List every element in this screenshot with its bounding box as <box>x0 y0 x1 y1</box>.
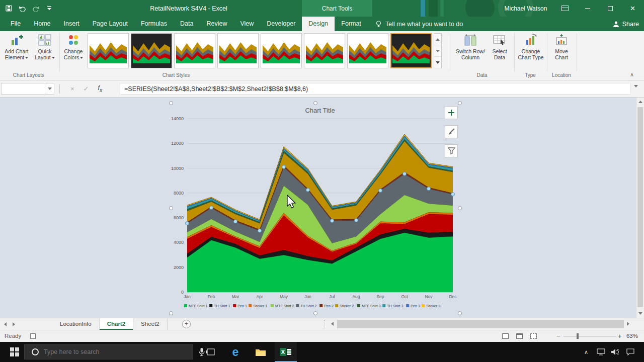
undo-icon[interactable] <box>18 3 27 14</box>
legend-label[interactable]: TH Shirt 2 <box>300 304 316 308</box>
ribbon-tab-design[interactable]: Design <box>302 17 335 31</box>
macro-record-icon[interactable] <box>30 333 36 339</box>
taskbar-search-box[interactable] <box>24 344 193 359</box>
chart-selection-handle[interactable] <box>169 311 173 315</box>
minimize-button[interactable] <box>576 0 599 17</box>
selected-point-handle[interactable] <box>306 188 310 192</box>
maximize-button[interactable] <box>599 0 621 17</box>
chart-selection-handle[interactable] <box>313 101 317 105</box>
network-icon[interactable] <box>594 342 608 362</box>
x-axis-tick-label[interactable]: May <box>280 294 288 299</box>
chart-style-3[interactable] <box>174 33 215 68</box>
switch-row-column-button[interactable]: Switch Row/ Column <box>455 34 486 60</box>
chart-style-1[interactable] <box>88 33 129 68</box>
ribbon-tab-review[interactable]: Review <box>200 17 233 31</box>
tell-me-box[interactable]: Tell me what you want to do <box>375 17 463 31</box>
tab-splitter[interactable] <box>325 320 325 328</box>
x-axis-tick-label[interactable]: Dec <box>449 294 457 299</box>
add-chart-element-button[interactable]: Add Chart Element <box>2 34 31 60</box>
x-axis-tick-label[interactable]: Aug <box>352 294 360 299</box>
x-axis-tick-label[interactable]: Feb <box>208 294 215 299</box>
ribbon-tab-page-layout[interactable]: Page Layout <box>86 17 134 31</box>
select-data-button[interactable]: Select Data <box>487 34 512 60</box>
y-axis-tick-label[interactable]: 6000 <box>174 215 184 220</box>
legend-label[interactable]: Sticker 2 <box>340 304 354 308</box>
chart-styles-button[interactable] <box>445 125 458 138</box>
name-box-dropdown-icon[interactable] <box>45 83 54 95</box>
legend-label[interactable]: Pen 2 <box>324 304 334 308</box>
show-hidden-icons-chevron[interactable]: ∧ <box>579 342 594 362</box>
save-icon[interactable] <box>4 3 13 14</box>
ribbon-tab-view[interactable]: View <box>233 17 260 31</box>
cancel-entry-icon[interactable]: × <box>70 85 74 93</box>
gallery-more-button[interactable] <box>434 57 441 68</box>
excel-taskbar-icon[interactable]: X <box>275 342 297 362</box>
y-axis-tick-label[interactable]: 10000 <box>171 166 184 171</box>
chart-style-2[interactable] <box>131 33 172 68</box>
selected-point-handle[interactable] <box>451 193 455 196</box>
action-center-icon[interactable] <box>623 342 638 362</box>
chart-selection-handle[interactable] <box>458 311 462 315</box>
chart-sheet-area[interactable]: 02000400060008000100001200014000JanFebMa… <box>0 98 636 318</box>
confirm-entry-icon[interactable]: ✓ <box>84 85 89 93</box>
chart-style-7[interactable] <box>347 33 388 68</box>
change-colors-button[interactable]: Change Colors <box>60 34 87 60</box>
vertical-scroll-thumb[interactable] <box>637 107 643 307</box>
start-button[interactable] <box>5 342 24 362</box>
chart-selection-handle[interactable] <box>169 206 173 210</box>
ribbon-display-options-icon[interactable] <box>553 0 576 17</box>
ribbon-tab-format[interactable]: Format <box>335 17 368 31</box>
chart-selection-handle[interactable] <box>458 101 462 105</box>
change-chart-type-button[interactable]: Change Chart Type <box>516 34 545 60</box>
legend-label[interactable]: Sticker 3 <box>426 304 440 308</box>
chart-style-6[interactable] <box>304 33 345 68</box>
selected-point-handle[interactable] <box>282 165 286 169</box>
chart-filters-button[interactable] <box>445 144 458 157</box>
file-explorer-icon[interactable] <box>250 342 272 362</box>
customize-qat-icon[interactable] <box>45 3 54 14</box>
page-layout-view-icon[interactable] <box>516 333 523 339</box>
stacked-area-chart[interactable]: 02000400060008000100001200014000JanFebMa… <box>0 98 636 318</box>
gallery-scroll-down[interactable] <box>434 45 441 57</box>
normal-view-icon[interactable] <box>502 333 509 339</box>
legend-label[interactable]: TH Shirt 3 <box>387 304 403 308</box>
y-axis-tick-label[interactable]: 4000 <box>174 240 184 245</box>
gallery-scroll-up[interactable] <box>434 34 441 45</box>
y-axis-tick-label[interactable]: 14000 <box>171 116 184 121</box>
selected-point-handle[interactable] <box>427 187 431 191</box>
close-button[interactable]: × <box>621 0 644 17</box>
x-axis-tick-label[interactable]: Jan <box>184 294 191 299</box>
quick-layout-button[interactable]: Quick Layout <box>31 34 58 60</box>
legend-label[interactable]: MTF Shirt 3 <box>362 304 381 308</box>
sheet-tab-sheet2[interactable]: Sheet2 <box>133 318 167 330</box>
selected-point-handle[interactable] <box>210 206 213 210</box>
ribbon-tab-home[interactable]: Home <box>27 17 57 31</box>
scroll-down-icon[interactable] <box>636 309 644 318</box>
volume-icon[interactable] <box>608 342 622 362</box>
x-axis-tick-label[interactable]: Mar <box>232 294 239 299</box>
redo-icon[interactable] <box>31 3 40 14</box>
chart-selection-handle[interactable] <box>313 311 317 315</box>
selected-point-handle[interactable] <box>331 219 334 223</box>
legend-label[interactable]: Sticker 1 <box>253 304 267 308</box>
chart-elements-button[interactable] <box>445 106 458 119</box>
x-axis-tick-label[interactable]: Jul <box>330 294 335 299</box>
selected-point-handle[interactable] <box>403 172 407 175</box>
x-axis-tick-label[interactable]: Oct <box>401 294 408 299</box>
selected-point-handle[interactable] <box>379 189 382 192</box>
zoom-level[interactable]: 63% <box>626 330 638 342</box>
ribbon-tab-developer[interactable]: Developer <box>260 17 302 31</box>
zoom-out-button[interactable]: − <box>556 330 560 342</box>
name-box[interactable] <box>1 83 45 95</box>
sheet-tab-chart2[interactable]: Chart2 <box>100 318 133 330</box>
task-view-button[interactable] <box>199 342 221 362</box>
share-button[interactable]: Share <box>613 17 639 31</box>
formula-bar-expand-icon[interactable] <box>634 87 638 97</box>
edge-browser-icon[interactable]: e <box>224 342 247 362</box>
scroll-up-icon[interactable] <box>636 98 644 106</box>
zoom-slider-thumb[interactable] <box>577 333 579 339</box>
x-axis-tick-label[interactable]: Nov <box>425 294 433 299</box>
user-name[interactable]: Michael Watson <box>498 0 553 17</box>
ribbon-tab-insert[interactable]: Insert <box>57 17 86 31</box>
x-axis-tick-label[interactable]: Jun <box>304 294 311 299</box>
